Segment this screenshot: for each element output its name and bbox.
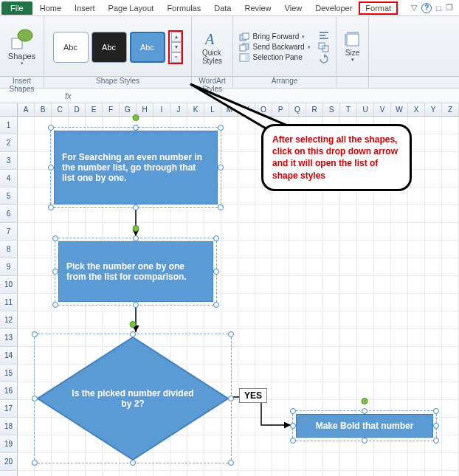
resize-handle[interactable]: [52, 302, 58, 308]
select-all-corner[interactable]: [0, 103, 18, 116]
resize-handle[interactable]: [52, 269, 58, 275]
tab-view[interactable]: View: [278, 1, 309, 15]
col-header-X[interactable]: X: [408, 103, 425, 116]
col-header-N[interactable]: N: [238, 103, 255, 116]
resize-handle[interactable]: [133, 204, 139, 210]
restore-icon[interactable]: ❐: [446, 3, 453, 13]
help-icon[interactable]: ?: [421, 3, 432, 13]
tab-home[interactable]: Home: [33, 1, 68, 15]
row-header-20[interactable]: 20: [0, 453, 18, 471]
shapes-button[interactable]: Shapes ▾: [8, 28, 35, 66]
col-header-Y[interactable]: Y: [425, 103, 442, 116]
row-header-7[interactable]: 7: [0, 223, 18, 241]
row-header-2[interactable]: 2: [0, 134, 18, 152]
resize-handle[interactable]: [218, 165, 224, 170]
resize-handle[interactable]: [130, 331, 136, 337]
shape-rect-1-selection[interactable]: For Searching an even number in the numb…: [50, 127, 221, 208]
tab-page-layout[interactable]: Page Layout: [102, 1, 161, 15]
col-header-K[interactable]: K: [187, 103, 204, 116]
row-header-17[interactable]: 17: [0, 400, 18, 418]
row-header-13[interactable]: 13: [0, 329, 18, 347]
group-icon[interactable]: [318, 42, 330, 52]
size-button[interactable]: Size ▾: [341, 31, 365, 63]
tab-file[interactable]: File: [1, 1, 32, 15]
style-down-icon[interactable]: ▾: [171, 42, 182, 52]
selection-pane-button[interactable]: Selection Pane: [239, 53, 310, 62]
resize-handle[interactable]: [218, 125, 224, 131]
flowchart-process-1[interactable]: For Searching an even number in the numb…: [54, 131, 218, 204]
col-header-U[interactable]: U: [357, 103, 374, 116]
resize-handle[interactable]: [213, 235, 219, 241]
bring-forward-button[interactable]: Bring Forward ▾: [239, 32, 310, 41]
shape-style-1[interactable]: Abc: [53, 32, 89, 63]
col-header-A[interactable]: A: [18, 103, 35, 116]
resize-handle[interactable]: [32, 396, 38, 401]
resize-handle[interactable]: [130, 460, 136, 466]
col-header-L[interactable]: L: [204, 103, 221, 116]
shape-rect-2-selection[interactable]: Pick the number one by one from the list…: [55, 238, 217, 306]
minimize-icon[interactable]: □: [436, 4, 441, 13]
resize-handle[interactable]: [228, 331, 234, 337]
row-header-10[interactable]: 10: [0, 276, 18, 294]
resize-handle[interactable]: [133, 302, 139, 308]
col-header-V[interactable]: V: [374, 103, 391, 116]
rotate-handle-icon[interactable]: [133, 225, 139, 232]
flowchart-process-4[interactable]: Make Bold that number: [296, 414, 433, 438]
col-header-W[interactable]: W: [391, 103, 408, 116]
resize-handle[interactable]: [213, 302, 219, 308]
tab-format[interactable]: Format: [359, 1, 398, 15]
resize-handle[interactable]: [228, 396, 234, 401]
col-header-B[interactable]: B: [35, 103, 52, 116]
row-header-19[interactable]: 19: [0, 435, 18, 453]
resize-handle[interactable]: [433, 423, 439, 429]
resize-handle[interactable]: [48, 125, 54, 131]
rotate-handle-icon[interactable]: [133, 114, 139, 121]
resize-handle[interactable]: [433, 408, 439, 414]
col-header-E[interactable]: E: [86, 103, 103, 116]
row-header-1[interactable]: 1: [0, 117, 18, 134]
row-header-9[interactable]: 9: [0, 258, 18, 276]
row-header-21[interactable]: 21: [0, 471, 18, 476]
col-header-O[interactable]: O: [255, 103, 272, 116]
resize-handle[interactable]: [32, 460, 38, 466]
tab-insert[interactable]: Insert: [68, 1, 102, 15]
tab-developer[interactable]: Developer: [308, 1, 359, 15]
col-header-S[interactable]: S: [323, 103, 340, 116]
yes-label[interactable]: YES: [239, 388, 267, 403]
col-header-R[interactable]: R: [306, 103, 323, 116]
flowchart-process-2[interactable]: Pick the number one by one from the list…: [58, 241, 213, 302]
resize-handle[interactable]: [213, 269, 219, 275]
send-backward-button[interactable]: Send Backward ▾: [239, 43, 310, 52]
col-header-Q[interactable]: Q: [289, 103, 306, 116]
align-icon[interactable]: [318, 30, 330, 41]
tab-review[interactable]: Review: [238, 1, 277, 15]
resize-handle[interactable]: [48, 204, 54, 210]
col-header-I[interactable]: I: [153, 103, 170, 116]
resize-handle[interactable]: [133, 235, 139, 241]
resize-handle[interactable]: [133, 125, 139, 131]
rotate-handle-icon[interactable]: [130, 321, 137, 328]
row-header-15[interactable]: 15: [0, 365, 18, 382]
resize-handle[interactable]: [32, 331, 38, 337]
row-header-8[interactable]: 8: [0, 241, 18, 258]
fx-icon[interactable]: fx: [59, 92, 77, 100]
col-header-H[interactable]: H: [137, 103, 153, 116]
col-header-F[interactable]: F: [103, 103, 120, 116]
resize-handle[interactable]: [362, 438, 367, 444]
row-header-12[interactable]: 12: [0, 311, 18, 329]
col-header-Z[interactable]: Z: [442, 103, 459, 116]
col-header-T[interactable]: T: [340, 103, 357, 116]
col-header-C[interactable]: C: [52, 103, 69, 116]
resize-handle[interactable]: [433, 438, 439, 444]
tab-data[interactable]: Data: [207, 1, 238, 15]
resize-handle[interactable]: [218, 204, 224, 210]
resize-handle[interactable]: [290, 438, 296, 444]
resize-handle[interactable]: [362, 408, 367, 414]
collapse-ribbon-icon[interactable]: ▽: [411, 3, 417, 13]
resize-handle[interactable]: [48, 165, 54, 170]
resize-handle[interactable]: [290, 408, 296, 414]
flowchart-decision[interactable]: Is the picked number divided by 2?: [38, 337, 228, 460]
rotate-handle-icon[interactable]: [362, 398, 368, 404]
row-header-6[interactable]: 6: [0, 205, 18, 223]
shape-diamond-selection[interactable]: Is the picked number divided by 2?: [34, 334, 232, 463]
